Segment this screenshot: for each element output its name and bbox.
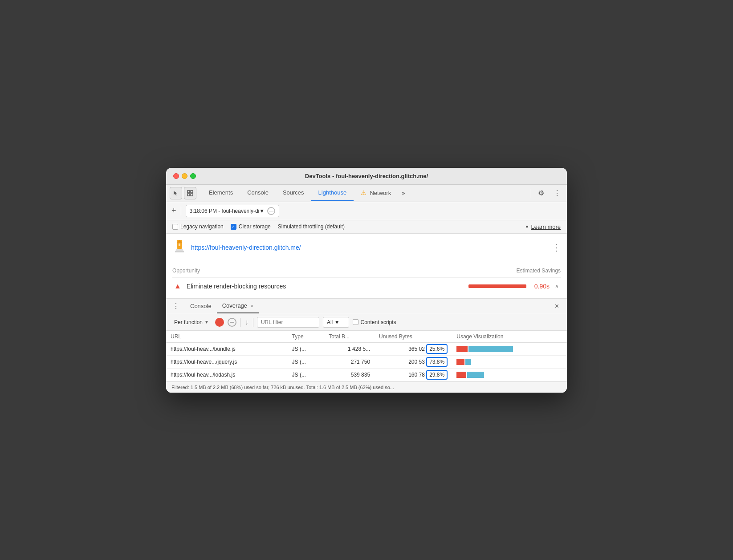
table-header-row: URL Type Total B... Unused Bytes Usage V… (166, 331, 567, 343)
opportunity-chevron-icon[interactable]: ∧ (555, 283, 559, 289)
toolbar-divider-3 (253, 318, 253, 327)
network-warning-icon: ⚠ (361, 189, 366, 196)
settings-icon[interactable]: ⚙ (535, 187, 547, 199)
opportunity-warning-icon: ▲ (174, 282, 181, 290)
legacy-nav-label: Legacy navigation (180, 223, 224, 230)
tab-sources[interactable]: Sources (276, 185, 311, 201)
svg-rect-6 (176, 249, 183, 251)
unused-bar (468, 346, 513, 352)
col-unused: Unused Bytes (375, 331, 452, 343)
tab-console[interactable]: Console (240, 185, 276, 201)
cell-total: 539 835 (324, 368, 375, 381)
per-function-dropdown-icon: ▼ (204, 320, 209, 325)
content-scripts-label: Content scripts (361, 319, 396, 325)
record-button[interactable] (215, 318, 224, 327)
opportunity-header: Opportunity Estimated Savings (172, 266, 561, 277)
used-bar (456, 359, 464, 365)
coverage-toolbar: Per function ▼ ↓ All ▼ Content scripts (166, 314, 567, 331)
cell-type: JS (... (288, 342, 325, 355)
lighthouse-more-options[interactable]: ⋮ (552, 242, 561, 253)
cell-url: https://foul-heav.../bundle.js (166, 342, 288, 355)
table-row[interactable]: https://foul-heav.../lodash.js JS (... 5… (166, 368, 567, 381)
tab-divider (531, 189, 531, 198)
url-filter-input[interactable] (257, 317, 319, 328)
cell-viz (452, 355, 567, 368)
inspect-icon[interactable] (184, 187, 196, 199)
maximize-button[interactable] (190, 173, 196, 179)
unused-bar (465, 359, 471, 365)
cell-type: JS (... (288, 368, 325, 381)
opportunity-text: Eliminate render-blocking resources (187, 283, 463, 290)
svg-rect-7 (175, 251, 184, 252)
devtools-window: DevTools - foul-heavenly-direction.glitc… (166, 168, 567, 393)
lighthouse-header: https://foul-heavenly-direction.glitch.m… (166, 234, 567, 262)
toolbar-divider (181, 207, 181, 215)
panel-menu-icon[interactable]: ⋮ (171, 301, 181, 312)
svg-rect-8 (179, 243, 180, 246)
clear-storage-checkbox[interactable]: ✓ (231, 224, 236, 230)
content-scripts-option[interactable]: Content scripts (353, 319, 396, 325)
opportunity-time: 0.90s (532, 283, 550, 290)
no-entry-icon[interactable]: — (267, 207, 275, 215)
minimize-button[interactable] (182, 173, 187, 179)
usage-bar (456, 372, 519, 378)
tab-lighthouse[interactable]: Lighthouse (311, 185, 354, 201)
opportunity-section: Opportunity Estimated Savings ▲ Eliminat… (166, 262, 567, 299)
url-text: 3:18:06 PM - foul-heavenly-di▼ (190, 208, 265, 214)
cell-unused: 365 02 25.6% (375, 342, 452, 355)
new-tab-button[interactable]: + (171, 206, 176, 215)
opportunity-label: Opportunity (172, 268, 200, 274)
usage-bar (456, 359, 519, 365)
legacy-nav-option[interactable]: Legacy navigation (172, 223, 224, 230)
title-bar: DevTools - foul-heavenly-direction.glitc… (166, 168, 567, 185)
legacy-nav-checkbox[interactable] (172, 224, 178, 230)
tab-bar: Elements Console Sources Lighthouse ⚠ Ne… (166, 185, 567, 202)
content-scripts-checkbox[interactable] (353, 319, 358, 325)
col-type: Type (288, 331, 325, 343)
per-function-select[interactable]: Per function ▼ (171, 318, 212, 327)
coverage-panel: ⋮ Console Coverage × × Per function ▼ ↓ (166, 299, 567, 393)
unused-bytes: 200 53 (408, 359, 425, 365)
lighthouse-url[interactable]: https://foul-heavenly-direction.glitch.m… (191, 244, 301, 251)
estimated-savings-label: Estimated Savings (517, 268, 561, 274)
unused-pct: 73.8% (426, 357, 448, 367)
stop-button[interactable] (228, 318, 236, 327)
coverage-footer: Filtered: 1.5 MB of 2.2 MB (68%) used so… (166, 381, 567, 393)
svg-rect-1 (191, 191, 193, 193)
url-display[interactable]: 3:18:06 PM - foul-heavenly-di▼ — (186, 205, 280, 217)
more-options-icon[interactable]: ⋮ (551, 187, 563, 199)
cursor-icon[interactable] (170, 187, 182, 199)
per-function-label: Per function (174, 319, 203, 325)
window-title: DevTools - foul-heavenly-direction.glitc… (305, 173, 428, 179)
tab-coverage-panel[interactable]: Coverage × (217, 299, 259, 313)
tab-console-panel[interactable]: Console (185, 299, 217, 313)
unused-pct: 29.8% (426, 370, 448, 380)
svg-rect-3 (191, 194, 193, 196)
coverage-footer-text: Filtered: 1.5 MB of 2.2 MB (68%) used so… (171, 385, 394, 390)
close-button[interactable] (173, 173, 179, 179)
opportunity-row[interactable]: ▲ Eliminate render-blocking resources 0.… (172, 277, 561, 295)
panel-close-button[interactable]: × (551, 299, 562, 314)
table-row[interactable]: https://foul-heav.../bundle.js JS (... 1… (166, 342, 567, 355)
cell-total: 1 428 5... (324, 342, 375, 355)
download-button[interactable]: ↓ (244, 317, 249, 327)
learn-more-link[interactable]: Learn more (531, 223, 561, 230)
tab-elements[interactable]: Elements (202, 185, 240, 201)
cell-total: 271 750 (324, 355, 375, 368)
table-row[interactable]: https://foul-heave.../jquery.js JS (... … (166, 355, 567, 368)
more-tabs-button[interactable]: » (398, 185, 408, 201)
coverage-tab-close-icon[interactable]: × (251, 303, 253, 308)
tab-network[interactable]: ⚠ Network (354, 185, 398, 202)
type-filter-select[interactable]: All ▼ (323, 317, 349, 328)
learn-more-section: ▼ Learn more (525, 223, 561, 230)
traffic-lights (173, 173, 196, 179)
clear-storage-label: Clear storage (239, 223, 271, 230)
col-url: URL (166, 331, 288, 343)
cell-type: JS (... (288, 355, 325, 368)
clear-storage-option[interactable]: ✓ Clear storage (231, 223, 271, 230)
throttling-dropdown-arrow[interactable]: ▼ (525, 224, 529, 229)
used-bar (456, 346, 468, 352)
stop-icon (230, 322, 234, 323)
tab-bar-right: ⚙ ⋮ (531, 187, 563, 199)
toolbar-divider-2 (240, 318, 240, 327)
